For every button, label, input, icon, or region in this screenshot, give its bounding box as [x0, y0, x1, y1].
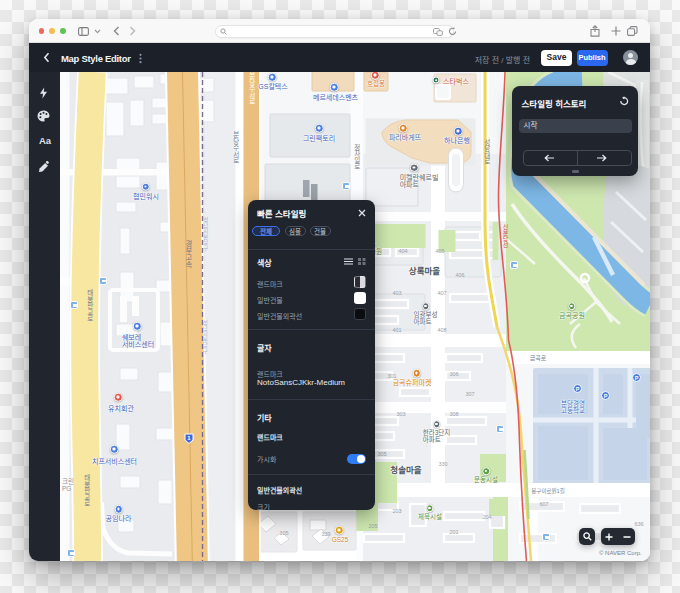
svg-text:P: P — [603, 392, 607, 398]
svg-text:P: P — [575, 385, 579, 391]
svg-text:P: P — [634, 374, 638, 380]
